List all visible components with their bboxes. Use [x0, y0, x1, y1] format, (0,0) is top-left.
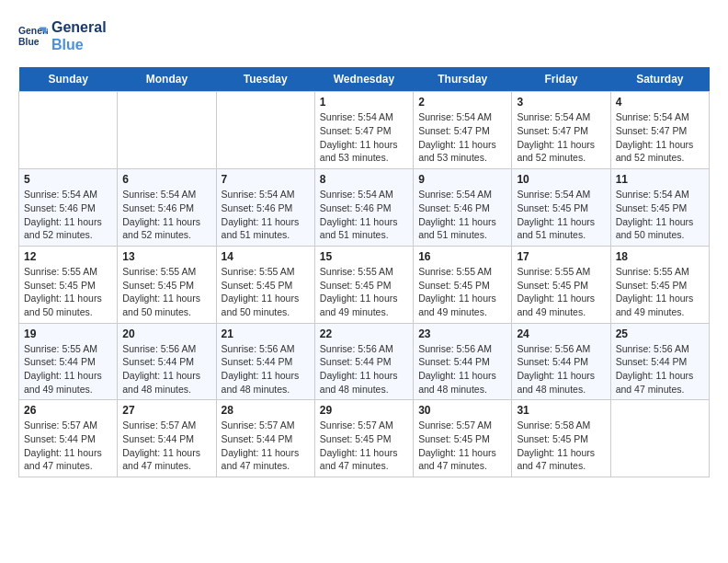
- week-row-1: 1Sunrise: 5:54 AM Sunset: 5:47 PM Daylig…: [19, 92, 710, 169]
- calendar-cell: 13Sunrise: 5:55 AM Sunset: 5:45 PM Dayli…: [118, 246, 216, 323]
- day-number: 1: [320, 96, 408, 109]
- logo-icon: General Blue: [18, 21, 48, 51]
- calendar-cell: 18Sunrise: 5:55 AM Sunset: 5:45 PM Dayli…: [610, 246, 709, 323]
- cell-info: Sunrise: 5:55 AM Sunset: 5:45 PM Dayligh…: [24, 265, 112, 319]
- weekday-header-wednesday: Wednesday: [314, 67, 413, 92]
- cell-info: Sunrise: 5:54 AM Sunset: 5:47 PM Dayligh…: [418, 110, 506, 165]
- calendar-cell: 2Sunrise: 5:54 AM Sunset: 5:47 PM Daylig…: [414, 92, 512, 169]
- cell-info: Sunrise: 5:54 AM Sunset: 5:46 PM Dayligh…: [122, 188, 210, 242]
- svg-text:Blue: Blue: [18, 37, 40, 47]
- cell-info: Sunrise: 5:57 AM Sunset: 5:45 PM Dayligh…: [320, 419, 408, 473]
- calendar-cell: 1Sunrise: 5:54 AM Sunset: 5:47 PM Daylig…: [314, 92, 413, 169]
- week-row-5: 26Sunrise: 5:57 AM Sunset: 5:44 PM Dayli…: [19, 400, 710, 477]
- cell-info: Sunrise: 5:54 AM Sunset: 5:46 PM Dayligh…: [418, 188, 506, 242]
- calendar-cell: 29Sunrise: 5:57 AM Sunset: 5:45 PM Dayli…: [314, 400, 413, 477]
- calendar-cell: 15Sunrise: 5:55 AM Sunset: 5:45 PM Dayli…: [314, 246, 413, 323]
- cell-info: Sunrise: 5:55 AM Sunset: 5:45 PM Dayligh…: [616, 265, 704, 319]
- cell-info: Sunrise: 5:55 AM Sunset: 5:45 PM Dayligh…: [222, 265, 310, 319]
- cell-info: Sunrise: 5:54 AM Sunset: 5:46 PM Dayligh…: [320, 188, 408, 242]
- weekday-header-sunday: Sunday: [19, 67, 118, 92]
- calendar-cell: 4Sunrise: 5:54 AM Sunset: 5:47 PM Daylig…: [610, 92, 709, 169]
- day-number: 22: [320, 327, 408, 340]
- calendar-cell: 8Sunrise: 5:54 AM Sunset: 5:46 PM Daylig…: [314, 169, 413, 247]
- day-number: 13: [122, 250, 210, 263]
- day-number: 27: [122, 404, 210, 417]
- week-row-3: 12Sunrise: 5:55 AM Sunset: 5:45 PM Dayli…: [19, 246, 710, 323]
- calendar-cell: 27Sunrise: 5:57 AM Sunset: 5:44 PM Dayli…: [118, 400, 216, 477]
- calendar-cell: 17Sunrise: 5:55 AM Sunset: 5:45 PM Dayli…: [512, 246, 610, 323]
- calendar-cell: 19Sunrise: 5:55 AM Sunset: 5:44 PM Dayli…: [19, 323, 118, 400]
- cell-info: Sunrise: 5:54 AM Sunset: 5:46 PM Dayligh…: [24, 188, 112, 242]
- calendar-cell: [19, 92, 118, 169]
- cell-info: Sunrise: 5:55 AM Sunset: 5:44 PM Dayligh…: [24, 342, 112, 396]
- cell-info: Sunrise: 5:56 AM Sunset: 5:44 PM Dayligh…: [222, 342, 310, 396]
- calendar-table: SundayMondayTuesdayWednesdayThursdayFrid…: [18, 67, 710, 477]
- calendar-cell: [216, 92, 314, 169]
- day-number: 15: [320, 250, 408, 263]
- day-number: 25: [616, 327, 704, 340]
- cell-info: Sunrise: 5:58 AM Sunset: 5:45 PM Dayligh…: [517, 419, 605, 473]
- calendar-cell: 14Sunrise: 5:55 AM Sunset: 5:45 PM Dayli…: [216, 246, 314, 323]
- calendar-cell: 6Sunrise: 5:54 AM Sunset: 5:46 PM Daylig…: [118, 169, 216, 247]
- calendar-cell: [610, 400, 709, 477]
- cell-info: Sunrise: 5:56 AM Sunset: 5:44 PM Dayligh…: [122, 342, 210, 396]
- day-number: 10: [517, 173, 605, 186]
- calendar-cell: 3Sunrise: 5:54 AM Sunset: 5:47 PM Daylig…: [512, 92, 610, 169]
- calendar-cell: 10Sunrise: 5:54 AM Sunset: 5:45 PM Dayli…: [512, 169, 610, 247]
- cell-info: Sunrise: 5:56 AM Sunset: 5:44 PM Dayligh…: [616, 342, 704, 396]
- cell-info: Sunrise: 5:55 AM Sunset: 5:45 PM Dayligh…: [320, 265, 408, 319]
- calendar-cell: 7Sunrise: 5:54 AM Sunset: 5:46 PM Daylig…: [216, 169, 314, 247]
- calendar-cell: 20Sunrise: 5:56 AM Sunset: 5:44 PM Dayli…: [118, 323, 216, 400]
- logo-name: GeneralBlue: [51, 18, 107, 53]
- day-number: 18: [616, 250, 704, 263]
- day-number: 28: [222, 404, 310, 417]
- cell-info: Sunrise: 5:55 AM Sunset: 5:45 PM Dayligh…: [517, 265, 605, 319]
- day-number: 6: [122, 173, 210, 186]
- weekday-header-saturday: Saturday: [610, 67, 709, 92]
- day-number: 20: [122, 327, 210, 340]
- day-number: 26: [24, 404, 112, 417]
- week-row-2: 5Sunrise: 5:54 AM Sunset: 5:46 PM Daylig…: [19, 169, 710, 247]
- cell-info: Sunrise: 5:55 AM Sunset: 5:45 PM Dayligh…: [122, 265, 210, 319]
- cell-info: Sunrise: 5:54 AM Sunset: 5:47 PM Dayligh…: [517, 110, 605, 165]
- day-number: 14: [222, 250, 310, 263]
- day-number: 16: [418, 250, 506, 263]
- calendar-cell: 25Sunrise: 5:56 AM Sunset: 5:44 PM Dayli…: [610, 323, 709, 400]
- cell-info: Sunrise: 5:57 AM Sunset: 5:45 PM Dayligh…: [418, 419, 506, 473]
- weekday-header-row: SundayMondayTuesdayWednesdayThursdayFrid…: [19, 67, 710, 92]
- cell-info: Sunrise: 5:56 AM Sunset: 5:44 PM Dayligh…: [320, 342, 408, 396]
- day-number: 8: [320, 173, 408, 186]
- weekday-header-monday: Monday: [118, 67, 216, 92]
- day-number: 7: [222, 173, 310, 186]
- day-number: 12: [24, 250, 112, 263]
- weekday-header-friday: Friday: [512, 67, 610, 92]
- cell-info: Sunrise: 5:56 AM Sunset: 5:44 PM Dayligh…: [418, 342, 506, 396]
- day-number: 4: [616, 96, 704, 109]
- cell-info: Sunrise: 5:54 AM Sunset: 5:47 PM Dayligh…: [320, 110, 408, 165]
- calendar-cell: 31Sunrise: 5:58 AM Sunset: 5:45 PM Dayli…: [512, 400, 610, 477]
- weekday-header-tuesday: Tuesday: [216, 67, 314, 92]
- cell-info: Sunrise: 5:57 AM Sunset: 5:44 PM Dayligh…: [24, 419, 112, 473]
- calendar-cell: [118, 92, 216, 169]
- cell-info: Sunrise: 5:54 AM Sunset: 5:45 PM Dayligh…: [517, 188, 605, 242]
- calendar-body: 1Sunrise: 5:54 AM Sunset: 5:47 PM Daylig…: [19, 92, 710, 477]
- day-number: 19: [24, 327, 112, 340]
- day-number: 3: [517, 96, 605, 109]
- calendar-cell: 9Sunrise: 5:54 AM Sunset: 5:46 PM Daylig…: [414, 169, 512, 247]
- calendar-cell: 5Sunrise: 5:54 AM Sunset: 5:46 PM Daylig…: [19, 169, 118, 247]
- calendar-cell: 11Sunrise: 5:54 AM Sunset: 5:45 PM Dayli…: [610, 169, 709, 247]
- calendar-cell: 24Sunrise: 5:56 AM Sunset: 5:44 PM Dayli…: [512, 323, 610, 400]
- cell-info: Sunrise: 5:54 AM Sunset: 5:45 PM Dayligh…: [616, 188, 704, 242]
- calendar-cell: 22Sunrise: 5:56 AM Sunset: 5:44 PM Dayli…: [314, 323, 413, 400]
- cell-info: Sunrise: 5:57 AM Sunset: 5:44 PM Dayligh…: [122, 419, 210, 473]
- calendar-cell: 30Sunrise: 5:57 AM Sunset: 5:45 PM Dayli…: [414, 400, 512, 477]
- day-number: 24: [517, 327, 605, 340]
- calendar-cell: 16Sunrise: 5:55 AM Sunset: 5:45 PM Dayli…: [414, 246, 512, 323]
- day-number: 11: [616, 173, 704, 186]
- calendar-cell: 23Sunrise: 5:56 AM Sunset: 5:44 PM Dayli…: [414, 323, 512, 400]
- cell-info: Sunrise: 5:56 AM Sunset: 5:44 PM Dayligh…: [517, 342, 605, 396]
- day-number: 29: [320, 404, 408, 417]
- cell-info: Sunrise: 5:57 AM Sunset: 5:44 PM Dayligh…: [222, 419, 310, 473]
- day-number: 30: [418, 404, 506, 417]
- weekday-header-thursday: Thursday: [414, 67, 512, 92]
